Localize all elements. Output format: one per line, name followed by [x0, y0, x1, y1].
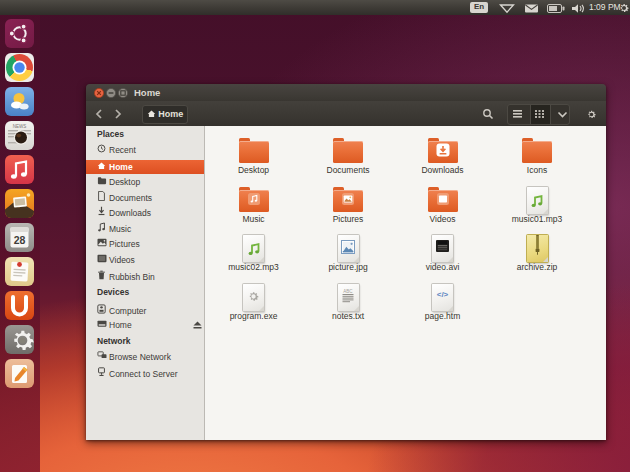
svg-text:28: 28	[14, 234, 26, 246]
svg-text:ABC: ABC	[343, 288, 353, 293]
svg-text:NEWS: NEWS	[13, 124, 27, 129]
